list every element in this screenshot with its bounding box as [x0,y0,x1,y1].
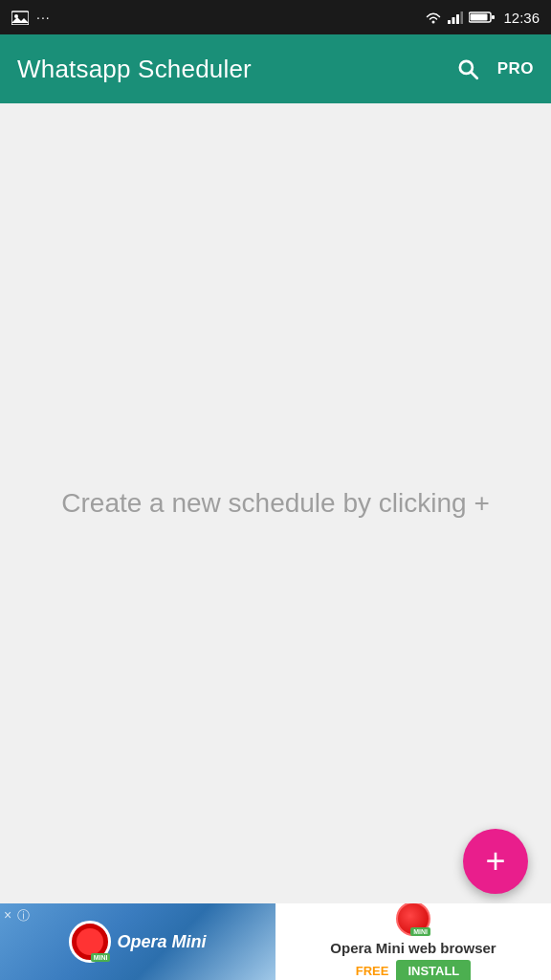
svg-line-12 [471,73,476,78]
ad-close-button[interactable]: × [4,907,11,923]
ad-buttons-row: FREE INSTALL [356,960,472,980]
svg-rect-9 [471,14,488,21]
svg-rect-5 [452,17,455,24]
app-title: Whatsapp Scheduler [17,55,252,84]
svg-rect-4 [448,20,451,24]
mini-badge: MINI [91,953,111,962]
ad-free-label: FREE [356,964,389,978]
svg-point-3 [432,21,435,24]
opera-brand-text: Opera Mini [117,932,206,952]
status-dots: ··· [36,10,51,25]
time-display: 12:36 [503,10,540,26]
search-button[interactable] [455,56,480,81]
ad-left-section: × ⓘ MINI Opera Mini [0,903,276,980]
svg-rect-10 [492,15,495,19]
photo-icon [11,10,29,25]
main-content: Create a new schedule by clicking + [0,103,551,903]
status-bar-right: 12:36 [425,10,540,26]
svg-rect-7 [461,11,464,24]
add-schedule-fab[interactable]: + [463,829,528,894]
empty-state-message: Create a new schedule by clicking + [33,484,518,522]
opera-red-logo: MINI [396,903,430,936]
fab-container: + [463,829,528,894]
ad-install-button[interactable]: INSTALL [396,960,471,980]
ad-right-section: MINI Opera Mini web browser FREE INSTALL [276,903,551,980]
svg-rect-6 [456,14,459,24]
app-bar: Whatsapp Scheduler PRO [0,34,551,103]
battery-icon [469,11,496,24]
signal-icon [448,11,463,24]
status-bar: ··· 12:36 [0,0,551,34]
status-bar-left: ··· [11,10,51,25]
ad-right-logo: MINI [396,903,430,936]
opera-circle-icon: MINI [69,921,111,963]
opera-logo-left: MINI Opera Mini [69,921,206,963]
mini-badge-2: MINI [410,927,430,936]
ad-app-name: Opera Mini web browser [330,940,496,956]
ad-banner: × ⓘ MINI Opera Mini MINI Opera Mini web … [0,903,551,980]
wifi-icon [425,11,442,24]
pro-button[interactable]: PRO [497,59,534,78]
svg-marker-2 [11,17,29,23]
app-bar-actions: PRO [455,56,534,81]
ad-info-button[interactable]: ⓘ [17,907,30,924]
